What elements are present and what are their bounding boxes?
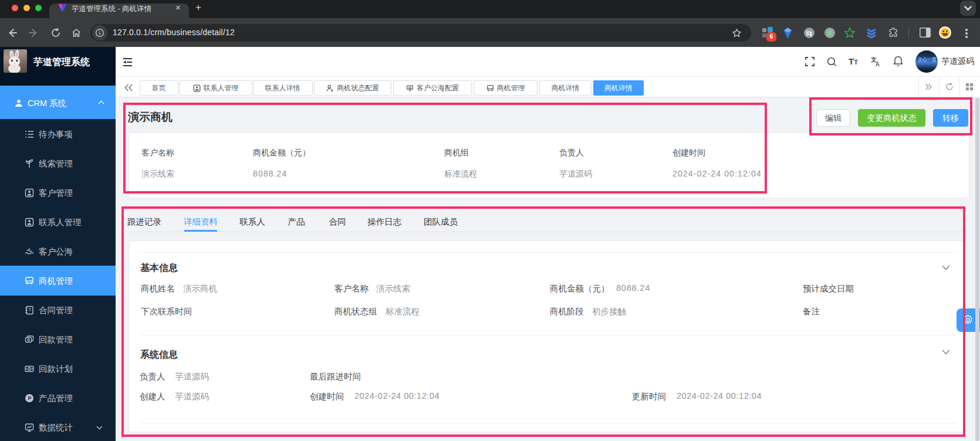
svg-text:1: 1 [29,367,31,371]
svg-text:A: A [876,61,880,67]
svg-text:P: P [28,395,32,401]
